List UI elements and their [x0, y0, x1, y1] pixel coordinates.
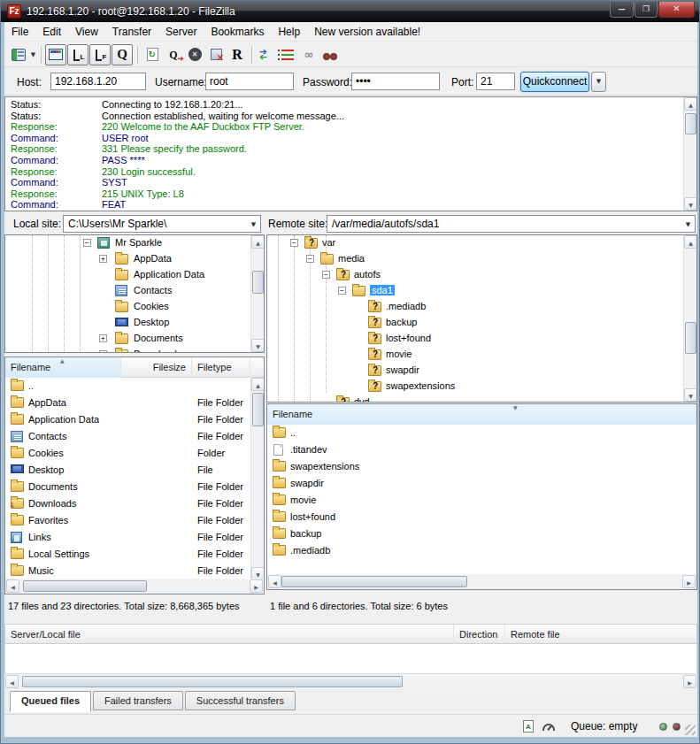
local-list-scrollbar[interactable]	[250, 378, 264, 580]
toggle-message-log-button[interactable]	[45, 44, 66, 65]
tree-row[interactable]: Documents	[5, 331, 264, 347]
toggle-remote-tree-button[interactable]	[89, 44, 111, 65]
tree-row[interactable]: sda1	[267, 283, 696, 299]
menu-server[interactable]: Server	[158, 24, 204, 40]
file-row[interactable]: ContactsFile Folder	[5, 428, 264, 445]
scroll-down-icon[interactable]	[251, 339, 265, 352]
minimize-button[interactable]	[610, 2, 634, 18]
filter-button[interactable]	[277, 44, 298, 65]
menu-bookmarks[interactable]: Bookmarks	[204, 24, 271, 40]
local-site-combobox[interactable]: C:\Users\Mr Sparkle\	[63, 215, 261, 233]
disconnect-button[interactable]	[205, 44, 227, 65]
file-row[interactable]: Local SettingsFile Folder	[5, 546, 264, 563]
quickconnect-dropdown-arrow-icon[interactable]	[591, 72, 606, 92]
file-row[interactable]: DocumentsFile Folder	[5, 479, 264, 495]
file-row[interactable]: swapextensions	[267, 458, 696, 475]
tab-queued-files[interactable]: Queued files	[10, 691, 91, 712]
scroll-up-icon[interactable]	[684, 97, 697, 111]
menu-new-version[interactable]: New version available!	[307, 24, 427, 40]
file-row[interactable]: lost+found	[267, 509, 696, 525]
port-input[interactable]	[476, 73, 515, 90]
local-list-hscrollbar[interactable]	[5, 579, 264, 594]
username-input[interactable]	[205, 73, 294, 90]
collapse-icon[interactable]	[83, 239, 91, 247]
tree-row[interactable]: dvd	[267, 395, 696, 403]
maximize-button[interactable]	[635, 2, 658, 18]
tree-row[interactable]: Cookies	[5, 299, 264, 315]
tree-row[interactable]: media	[267, 251, 696, 267]
file-row[interactable]: Application DataFile Folder	[5, 411, 264, 428]
resize-grip[interactable]	[685, 725, 696, 735]
file-row[interactable]: ..	[5, 378, 264, 395]
tree-row[interactable]: Desktop	[5, 315, 264, 331]
password-input[interactable]	[351, 73, 440, 90]
toggle-queue-button[interactable]	[112, 44, 133, 65]
menu-file[interactable]: File	[4, 24, 35, 40]
collapse-icon[interactable]	[322, 271, 330, 279]
menu-edit[interactable]: Edit	[35, 24, 68, 40]
tree-row[interactable]: AppData	[5, 251, 264, 267]
file-row[interactable]: MusicFile Folder	[5, 563, 264, 579]
site-manager-button[interactable]	[8, 44, 29, 65]
file-row[interactable]: CookiesFolder	[5, 445, 264, 462]
tree-row[interactable]: Mr Sparkle	[5, 235, 264, 251]
file-row[interactable]: AppDataFile Folder	[5, 395, 264, 411]
scroll-left-icon[interactable]	[268, 575, 281, 588]
column-header-remote-file[interactable]: Remote file	[505, 625, 691, 645]
file-row[interactable]: swapdir	[267, 475, 696, 492]
tree-row[interactable]: Contacts	[5, 283, 264, 299]
file-row[interactable]: movie	[267, 492, 696, 509]
toggle-local-tree-button[interactable]	[67, 44, 88, 65]
column-header-filetype[interactable]: Filetype	[192, 357, 250, 378]
reconnect-button[interactable]	[227, 44, 248, 65]
queue-hscrollbar[interactable]	[4, 674, 697, 689]
site-manager-dropdown-arrow-icon[interactable]	[29, 44, 37, 65]
host-input[interactable]	[50, 73, 146, 90]
file-row[interactable]: DesktopFile	[5, 462, 264, 479]
menu-help[interactable]: Help	[271, 24, 307, 40]
remote-tree-scrollbar[interactable]	[683, 235, 696, 402]
tree-row[interactable]: Downloads	[5, 347, 264, 353]
file-row[interactable]: backup	[267, 525, 696, 542]
tree-row[interactable]: .mediadb	[267, 299, 696, 315]
tree-row[interactable]: var	[267, 235, 696, 251]
find-files-button[interactable]	[319, 44, 341, 65]
tree-row[interactable]: lost+found	[267, 331, 696, 347]
scroll-down-icon[interactable]	[684, 197, 697, 211]
tab-failed-transfers[interactable]: Failed transfers	[93, 691, 183, 710]
tree-row[interactable]: backup	[267, 315, 696, 331]
tree-row[interactable]: movie	[267, 347, 696, 363]
collapse-icon[interactable]	[306, 255, 314, 263]
collapse-icon[interactable]	[338, 287, 346, 295]
synchronized-browsing-button[interactable]	[298, 44, 319, 65]
cancel-operation-button[interactable]	[184, 44, 205, 65]
menu-view[interactable]: View	[68, 24, 105, 40]
column-header-filesize[interactable]: Filesize	[121, 357, 192, 378]
local-tree-scrollbar[interactable]	[250, 235, 264, 352]
file-row[interactable]: ..	[267, 425, 696, 441]
queue-list[interactable]	[4, 644, 697, 674]
chevron-down-icon[interactable]	[683, 219, 693, 230]
scroll-left-icon[interactable]	[6, 579, 19, 593]
scroll-down-icon[interactable]	[684, 388, 697, 402]
tree-row[interactable]: swapdir	[267, 363, 696, 379]
remote-site-combobox[interactable]: /var/media/autofs/sda1	[327, 215, 696, 233]
collapse-icon[interactable]	[290, 239, 298, 247]
scroll-right-icon[interactable]	[250, 579, 263, 593]
tree-row[interactable]: autofs	[267, 267, 696, 283]
scroll-up-icon[interactable]	[251, 235, 265, 249]
directory-comparison-button[interactable]	[256, 44, 277, 65]
column-header-filename[interactable]: Filename	[267, 404, 696, 425]
menu-transfer[interactable]: Transfer	[105, 24, 158, 40]
expand-icon[interactable]	[99, 350, 107, 353]
column-header-direction[interactable]: Direction	[454, 625, 505, 645]
column-header-local-file[interactable]: Server/Local file	[5, 625, 454, 645]
file-row[interactable]: FavoritesFile Folder	[5, 512, 264, 529]
scroll-right-icon[interactable]	[683, 675, 696, 688]
scroll-up-icon[interactable]	[684, 235, 697, 249]
remote-list-hscrollbar[interactable]	[267, 574, 696, 589]
file-row[interactable]: .titandev	[267, 441, 696, 458]
expand-icon[interactable]	[99, 255, 107, 263]
tree-row[interactable]: Application Data	[5, 267, 264, 283]
expand-icon[interactable]	[99, 334, 107, 342]
